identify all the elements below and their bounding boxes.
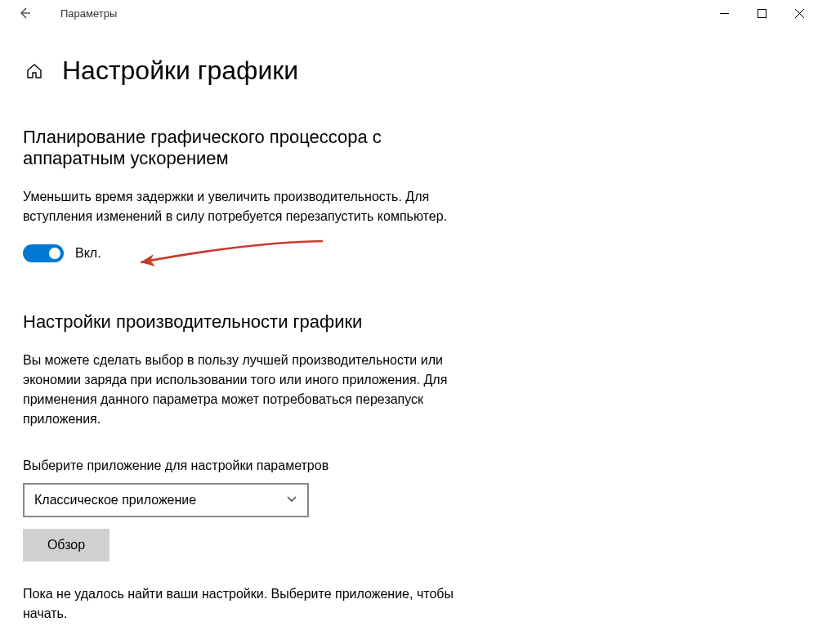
gpu-scheduling-description: Уменьшить время задержки и увеличить про… (23, 187, 481, 226)
browse-button-label: Обзор (47, 538, 85, 552)
dropdown-value: Классическое приложение (34, 493, 196, 508)
toggle-label: Вкл. (75, 246, 101, 261)
minimize-icon (720, 9, 729, 18)
titlebar: Параметры (0, 0, 818, 26)
window-title: Параметры (60, 7, 117, 20)
arrow-left-icon (18, 7, 31, 20)
window-controls (705, 0, 818, 26)
toggle-knob (49, 248, 60, 259)
chevron-down-icon (286, 493, 297, 508)
page-title: Настройки графики (62, 56, 298, 86)
gpu-scheduling-heading: Планирование графического процессора с а… (23, 127, 481, 169)
empty-state-text: Пока не удалось найти ваши настройки. Вы… (23, 584, 481, 624)
performance-settings-heading: Настройки производительности графики (23, 311, 795, 333)
arrow-annotation-icon (131, 239, 327, 272)
header-row: Настройки графики (23, 56, 795, 86)
gpu-scheduling-toggle[interactable] (23, 244, 64, 262)
home-icon (25, 62, 43, 80)
toggle-row: Вкл. (23, 244, 795, 262)
home-button[interactable] (23, 62, 46, 80)
maximize-icon (758, 9, 767, 18)
close-button[interactable] (780, 0, 818, 26)
content-area: Настройки графики Планирование графическ… (0, 56, 818, 624)
minimize-button[interactable] (705, 0, 743, 26)
app-select-label: Выберите приложение для настройки параме… (23, 458, 795, 473)
app-type-dropdown[interactable]: Классическое приложение (23, 483, 309, 517)
maximize-button[interactable] (743, 0, 780, 26)
browse-button[interactable]: Обзор (23, 529, 110, 561)
svg-rect-0 (758, 9, 766, 17)
close-icon (795, 9, 804, 18)
performance-settings-description: Вы можете сделать выбор в пользу лучшей … (23, 351, 481, 429)
back-button[interactable] (15, 3, 34, 23)
